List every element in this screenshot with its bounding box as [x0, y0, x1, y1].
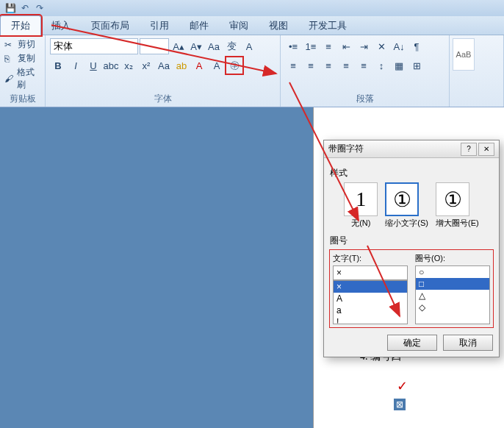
italic-button[interactable]: I [68, 57, 84, 74]
enclose-dialog: 带圈字符 ? ✕ 样式 1 无(N) ① 缩小文字(S) ① 增大圈号(E) 圈… [323, 140, 500, 357]
help-button[interactable]: ? [461, 143, 477, 156]
highlight-button[interactable]: ab [173, 57, 190, 74]
enclose-section-label: 圈号 [330, 235, 493, 247]
dialog-title-text: 带圈字符 [328, 143, 364, 155]
redo-icon[interactable]: ↷ [34, 2, 46, 14]
ok-button[interactable]: 确定 [387, 335, 437, 351]
clear-format-button[interactable]: Aa [206, 38, 222, 54]
align-center-button[interactable]: ≡ [303, 57, 319, 74]
phonetic-button[interactable]: 变 [223, 38, 240, 54]
tab-layout[interactable]: 页面布局 [81, 16, 140, 35]
line-spacing-button[interactable]: ↕ [373, 57, 389, 74]
char-shading-button[interactable]: A [209, 57, 225, 74]
tab-insert[interactable]: 插入 [41, 16, 81, 35]
sort-button[interactable]: A↓ [391, 38, 407, 54]
circle-listbox[interactable]: ○ □ △ ◇ [415, 265, 490, 324]
quick-access-toolbar: 💾 ↶ ↷ [0, 0, 504, 16]
text-input[interactable] [333, 265, 408, 280]
show-marks-button[interactable]: ¶ [408, 38, 425, 54]
ribbon-tabs: 开始 插入 页面布局 引用 邮件 审阅 视图 开发工具 [0, 16, 504, 35]
font-group: 宋体 A▴ A▾ Aa 变 A B I U abc x₂ x² Aa ab A … [46, 35, 281, 107]
style-shrink-preview: ① [385, 182, 419, 216]
char-border-button[interactable]: A [241, 38, 257, 54]
style-section-label: 样式 [330, 167, 493, 179]
subscript-button[interactable]: x₂ [120, 57, 137, 74]
distribute-button[interactable]: ≡ [356, 57, 372, 74]
tab-home[interactable]: 开始 [0, 15, 41, 35]
font-label: 字体 [46, 93, 280, 105]
style-preview[interactable]: AaB [453, 38, 475, 71]
brush-icon: 🖌 [4, 74, 14, 84]
asian-layout-button[interactable]: ✕ [373, 38, 389, 54]
circle-field-label: 圈号(O): [415, 253, 490, 264]
text-field-label: 文字(T): [333, 253, 408, 264]
font-size-select[interactable] [140, 38, 169, 54]
text-listbox[interactable]: × A a ! [333, 280, 408, 324]
align-left-button[interactable]: ≡ [285, 57, 301, 74]
undo-icon[interactable]: ↶ [19, 2, 31, 14]
enclosed-x-glyph: ⊠ [394, 399, 406, 410]
strike-button[interactable]: abc [103, 57, 119, 74]
borders-button[interactable]: ⊞ [408, 57, 425, 74]
shrink-font-button[interactable]: A▾ [188, 38, 204, 54]
font-color-button[interactable]: A [191, 57, 207, 74]
scissors-icon: ✂ [4, 40, 15, 50]
tab-devtools[interactable]: 开发工具 [298, 16, 357, 35]
justify-button[interactable]: ≡ [338, 57, 354, 74]
dec-indent-button[interactable]: ⇤ [338, 38, 354, 54]
style-none-option[interactable]: 1 无(N) [344, 182, 378, 229]
cancel-button[interactable]: 取消 [443, 335, 493, 351]
shading-button[interactable]: ▦ [391, 57, 407, 74]
underline-button[interactable]: U [85, 57, 101, 74]
enclose-options-row: 文字(T): × A a ! 圈号(O): ○ □ △ ◇ [330, 250, 493, 327]
enclose-char-button[interactable]: ㊫ [226, 57, 242, 74]
paragraph-group: •≡ 1≡ ≡ ⇤ ⇥ ✕ A↓ ¶ ≡ ≡ ≡ ≡ ≡ ↕ ▦ ⊞ 段落 [281, 35, 450, 107]
paragraph-label: 段落 [281, 93, 449, 105]
bold-button[interactable]: B [50, 57, 66, 74]
copy-icon: ⎘ [4, 54, 15, 64]
inc-indent-button[interactable]: ⇥ [356, 38, 372, 54]
grow-font-button[interactable]: A▴ [170, 38, 187, 54]
change-case-button[interactable]: Aa [156, 57, 172, 74]
superscript-button[interactable]: x² [138, 57, 154, 74]
tab-references[interactable]: 引用 [140, 16, 179, 35]
align-right-button[interactable]: ≡ [320, 57, 336, 74]
checkmark-glyph: ✓ [397, 378, 408, 394]
tab-review[interactable]: 审阅 [219, 16, 259, 35]
cut-button[interactable]: ✂剪切 [4, 38, 40, 51]
copy-button[interactable]: ⎘复制 [4, 52, 40, 65]
tab-mail[interactable]: 邮件 [179, 16, 219, 35]
style-enlarge-option[interactable]: ① 增大圈号(E) [436, 182, 479, 229]
clipboard-label: 剪贴板 [0, 93, 45, 105]
numbering-button[interactable]: 1≡ [303, 38, 319, 54]
clipboard-group: ✂剪切 ⎘复制 🖌格式刷 剪贴板 [0, 35, 46, 107]
style-shrink-option[interactable]: ① 缩小文字(S) [385, 182, 428, 229]
tab-view[interactable]: 视图 [259, 16, 298, 35]
bullets-button[interactable]: •≡ [285, 38, 301, 54]
styles-group: AaB [450, 35, 504, 107]
close-button[interactable]: ✕ [478, 143, 494, 156]
format-painter-button[interactable]: 🖌格式刷 [4, 66, 40, 91]
style-none-preview: 1 [344, 182, 378, 216]
font-name-select[interactable]: 宋体 [50, 38, 138, 54]
multilevel-button[interactable]: ≡ [320, 38, 336, 54]
ribbon: ✂剪切 ⎘复制 🖌格式刷 剪贴板 宋体 A▴ A▾ Aa 变 A B I U a… [0, 35, 504, 107]
save-icon[interactable]: 💾 [4, 2, 16, 14]
style-enlarge-preview: ① [436, 182, 469, 216]
dialog-titlebar: 带圈字符 ? ✕ [324, 140, 499, 158]
